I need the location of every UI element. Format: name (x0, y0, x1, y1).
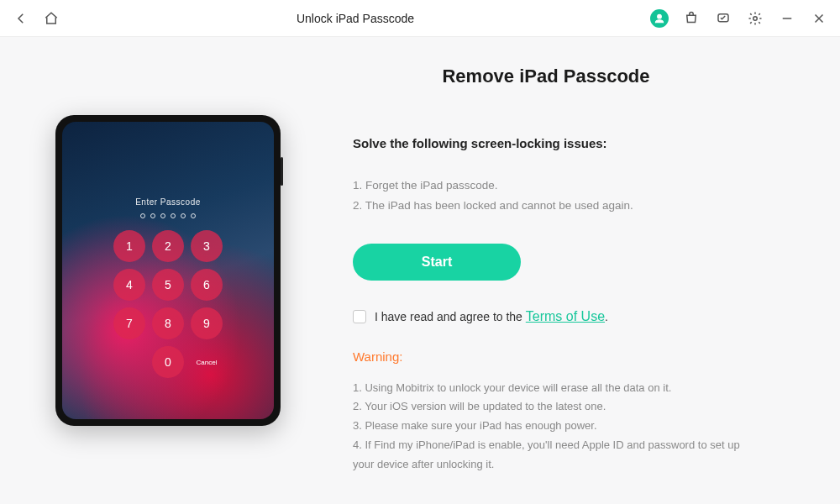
agree-suffix: . (605, 310, 608, 323)
back-button[interactable] (12, 9, 30, 28)
home-button[interactable] (42, 9, 60, 28)
feedback-icon[interactable] (714, 9, 732, 28)
cart-icon[interactable] (682, 9, 701, 28)
warning-item: 3. Please make sure your iPad has enough… (353, 417, 756, 436)
warning-item: 1. Using Mobitrix to unlock your device … (353, 379, 756, 398)
keypad-key: 8 (152, 307, 184, 339)
start-button[interactable]: Start (353, 244, 521, 281)
enter-passcode-label: Enter Passcode (135, 197, 201, 207)
svg-point-0 (658, 14, 662, 18)
keypad: 1 2 3 4 5 6 7 8 9 0 Cancel (113, 230, 223, 378)
agree-checkbox[interactable] (353, 310, 366, 323)
right-pane: Remove iPad Passcode Solve the following… (336, 37, 840, 504)
keypad-key: 1 (113, 230, 145, 262)
keypad-key: 2 (152, 230, 184, 262)
settings-icon[interactable] (746, 9, 764, 28)
issue-item: 2. The iPad has been locked and cannot b… (353, 196, 790, 216)
page-subheading: Solve the following screen-locking issue… (353, 136, 790, 150)
ipad-side-button (281, 157, 283, 186)
ipad-screen: Enter Passcode 1 2 3 4 5 6 7 8 9 0 Cance… (62, 122, 274, 419)
issue-item: 1. Forget the iPad passcode. (353, 176, 790, 196)
main-content: Enter Passcode 1 2 3 4 5 6 7 8 9 0 Cance… (0, 37, 840, 504)
keypad-key: 0 (152, 346, 184, 378)
page-heading: Remove iPad Passcode (302, 66, 790, 87)
warning-item: 2. Your iOS version will be updated to t… (353, 397, 756, 417)
ipad-frame: Enter Passcode 1 2 3 4 5 6 7 8 9 0 Cance… (55, 115, 281, 426)
issues-list: 1. Forget the iPad passcode. 2. The iPad… (353, 176, 790, 217)
keypad-key: 3 (191, 230, 223, 262)
terms-link[interactable]: Terms of Use (526, 309, 605, 323)
passcode-dots (140, 213, 196, 218)
keypad-key: 6 (191, 269, 223, 301)
warning-item: 4. If Find my iPhone/iPad is enable, you… (353, 436, 756, 475)
keypad-cancel: Cancel (191, 346, 223, 378)
agree-row: I have read and agree to the Terms of Us… (353, 309, 790, 324)
keypad-key: 7 (113, 307, 145, 339)
account-icon[interactable] (650, 9, 669, 28)
device-illustration: Enter Passcode 1 2 3 4 5 6 7 8 9 0 Cance… (0, 37, 336, 504)
warnings-list: 1. Using Mobitrix to unlock your device … (353, 379, 756, 475)
window-title: Unlock iPad Passcode (60, 12, 650, 25)
warning-label: Warning: (353, 349, 790, 364)
svg-point-2 (753, 16, 758, 20)
keypad-key: 9 (191, 307, 223, 339)
agree-text: I have read and agree to the Terms of Us… (375, 309, 608, 324)
agree-prefix: I have read and agree to the (375, 310, 526, 323)
titlebar: Unlock iPad Passcode (0, 0, 840, 37)
keypad-spacer (113, 346, 145, 378)
keypad-key: 5 (152, 269, 184, 301)
keypad-key: 4 (113, 269, 145, 301)
minimize-button[interactable] (778, 9, 796, 28)
close-button[interactable] (810, 9, 828, 28)
